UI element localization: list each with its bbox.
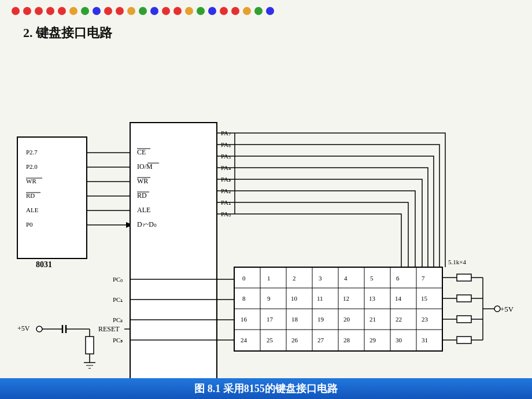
svg-text:10: 10 [291,295,298,302]
svg-text:25: 25 [267,337,274,343]
svg-text:22: 22 [396,316,402,323]
svg-text:19: 19 [317,316,324,323]
svg-text:13: 13 [369,295,376,302]
circuit-diagram: 8031 P2.7 P2.0 WR RD ALE P0 8155 CE IO/M… [0,47,532,399]
decorative-dot [139,7,147,15]
decorative-dot [185,7,193,15]
decorative-dot [104,7,112,15]
svg-text:11: 11 [317,295,323,302]
svg-text:15: 15 [421,295,428,302]
svg-text:21: 21 [370,316,376,323]
decorative-dot [162,7,170,15]
svg-text:CE: CE [137,148,146,156]
svg-text:20: 20 [343,316,350,323]
chip-8031-label: 8031 [36,260,52,269]
decorative-dot [58,7,66,15]
svg-text:16: 16 [241,316,247,323]
decorative-dot [208,7,216,15]
svg-text:PC₃: PC₃ [113,337,123,343]
svg-text:PC₁: PC₁ [113,296,123,303]
decorative-dot [220,7,228,15]
decorative-dot [12,7,20,15]
svg-text:RD: RD [26,192,35,199]
svg-text:29: 29 [370,337,376,343]
svg-text:9: 9 [267,295,271,302]
svg-text:8: 8 [242,295,246,302]
svg-text:D₇~D₀: D₇~D₀ [137,220,157,228]
decorative-dot [150,7,158,15]
svg-text:28: 28 [343,337,350,343]
svg-text:6: 6 [396,275,400,282]
svg-text:26: 26 [291,337,298,343]
svg-text:IO/M: IO/M [137,162,153,171]
svg-text:5: 5 [370,275,374,282]
decorative-dot [127,7,135,15]
decorative-dot [197,7,205,15]
top-dots [0,0,532,22]
svg-text:RESET: RESET [98,325,120,333]
diagram-area: 8031 P2.7 P2.0 WR RD ALE P0 8155 CE IO/M… [0,47,532,383]
svg-text:23: 23 [422,316,428,323]
decorative-dot [116,7,124,15]
svg-text:+5V: +5V [17,324,30,332]
svg-text:+5V: +5V [500,305,514,313]
page-title: 2. 键盘接口电路 [0,22,532,47]
svg-point-109 [494,306,500,312]
svg-text:31: 31 [422,337,428,343]
decorative-dot [46,7,54,15]
svg-text:RD: RD [137,191,147,200]
svg-text:12: 12 [343,295,349,302]
svg-text:14: 14 [395,295,402,302]
decorative-dot [243,7,251,15]
svg-rect-103 [457,316,471,323]
svg-text:WR: WR [26,178,36,184]
svg-text:1: 1 [267,275,271,282]
decorative-dot [23,7,31,15]
caption-bar: 图 8.1 采用8155的键盘接口电路 [0,378,532,399]
svg-text:30: 30 [396,337,402,343]
svg-rect-120 [86,337,94,354]
svg-text:24: 24 [241,337,247,343]
svg-text:PC₂: PC₂ [113,316,123,323]
svg-rect-97 [457,274,471,281]
svg-text:P2.7: P2.7 [26,149,38,156]
svg-text:18: 18 [291,316,298,323]
svg-text:4: 4 [344,275,348,282]
svg-text:17: 17 [267,316,274,323]
decorative-dot [254,7,263,15]
decorative-dot [231,7,239,15]
svg-rect-106 [457,337,471,343]
svg-text:0: 0 [242,275,246,282]
svg-text:P2.0: P2.0 [26,163,38,170]
decorative-dot [266,7,274,15]
svg-text:2: 2 [293,275,296,282]
decorative-dot [81,7,89,15]
svg-text:3: 3 [319,275,322,282]
svg-text:P0: P0 [26,221,33,228]
decorative-dot [35,7,43,15]
svg-text:WR: WR [137,177,148,185]
decorative-dot [173,7,182,15]
decorative-dot [69,7,77,15]
svg-text:5.1k×4: 5.1k×4 [448,258,466,265]
decorative-dot [93,7,101,15]
caption-text: 图 8.1 采用8155的键盘接口电路 [194,382,338,396]
svg-text:7: 7 [422,275,425,282]
svg-rect-100 [457,295,471,302]
svg-text:PC₀: PC₀ [113,276,123,283]
svg-text:27: 27 [317,337,324,343]
svg-text:ALE: ALE [26,206,39,213]
svg-text:ALE: ALE [137,206,150,214]
svg-point-114 [36,326,42,332]
